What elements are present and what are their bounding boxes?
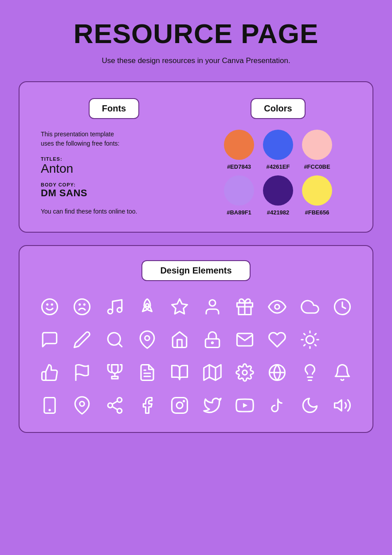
icon-grid xyxy=(37,294,355,418)
svg-marker-52 xyxy=(243,403,247,408)
youtube-icon xyxy=(232,393,257,418)
font-item-body: BODY COPY: DM SANS xyxy=(37,182,191,199)
color-row-2: #BA89F1 #421982 #FBE656 xyxy=(224,175,332,216)
heart-icon xyxy=(265,327,290,352)
color-hex-3: #FCC0BE xyxy=(304,163,330,170)
icon-row-1 xyxy=(37,294,355,319)
fonts-description: This presentation template uses the foll… xyxy=(37,130,191,148)
svg-rect-31 xyxy=(112,377,118,379)
color-item-2: #4261EF xyxy=(263,130,293,170)
titles-value: Anton xyxy=(41,162,191,176)
twitter-icon xyxy=(200,393,225,418)
color-grid: #ED7843 #4261EF #FCC0BE #BA89F1 xyxy=(201,130,355,216)
svg-marker-34 xyxy=(204,365,221,381)
icon-row-4 xyxy=(37,393,355,418)
placeholder-1 xyxy=(330,327,355,352)
fonts-footer: You can find these fonts online too. xyxy=(37,208,191,215)
font-item-titles: TITLES: Anton xyxy=(37,156,191,176)
globe-icon xyxy=(265,360,290,385)
svg-point-10 xyxy=(209,300,216,306)
icon-row-2 xyxy=(37,327,355,352)
facebook-icon xyxy=(135,393,160,418)
fonts-label-box: Fonts xyxy=(89,98,139,119)
search-icon xyxy=(102,327,127,352)
svg-point-17 xyxy=(145,336,150,341)
svg-line-49 xyxy=(112,401,118,404)
music-icon xyxy=(102,294,127,319)
color-circle-6 xyxy=(302,175,332,206)
de-label-text: Design Elements xyxy=(160,266,231,275)
bell-icon xyxy=(330,360,355,385)
flag-icon xyxy=(70,360,94,385)
titles-label: TITLES: xyxy=(41,156,191,162)
rocket-icon xyxy=(135,294,160,319)
color-circle-3 xyxy=(302,130,332,160)
color-row-1: #ED7843 #4261EF #FCC0BE xyxy=(224,130,332,170)
color-hex-1: #ED7843 xyxy=(227,163,251,170)
color-item-1: #ED7843 xyxy=(224,130,254,170)
svg-line-28 xyxy=(315,333,316,334)
color-item-5: #421982 xyxy=(263,175,293,216)
colors-panel: Colors #ED7843 #4261EF #FCC0BE xyxy=(201,98,355,216)
svg-point-8 xyxy=(145,304,149,307)
svg-point-19 xyxy=(212,342,213,344)
fonts-panel: Fonts This presentation template uses th… xyxy=(37,98,191,215)
svg-line-23 xyxy=(304,333,305,334)
icon-row-3 xyxy=(37,360,355,385)
mail-icon xyxy=(232,327,257,352)
de-label-box: Design Elements xyxy=(141,260,250,281)
clock-icon xyxy=(330,294,355,319)
svg-point-44 xyxy=(80,401,85,406)
colors-label-box: Colors xyxy=(251,98,305,119)
svg-point-3 xyxy=(74,299,90,315)
book-icon xyxy=(167,360,192,385)
fonts-label-text: Fonts xyxy=(102,103,126,113)
eye-icon xyxy=(265,294,290,319)
document-icon xyxy=(135,360,160,385)
map-icon xyxy=(200,360,225,385)
bulb-icon xyxy=(298,360,322,385)
svg-point-37 xyxy=(243,370,247,375)
megaphone-icon xyxy=(330,393,355,418)
gear-icon xyxy=(232,360,257,385)
pin-icon xyxy=(135,327,160,352)
sad-icon xyxy=(70,294,94,319)
page-title: RESOURCE PAGE xyxy=(74,18,319,49)
svg-point-0 xyxy=(42,299,58,315)
moon-icon xyxy=(298,393,322,418)
svg-line-27 xyxy=(304,345,305,345)
color-circle-5 xyxy=(263,175,293,206)
color-circle-1 xyxy=(224,130,254,160)
svg-rect-50 xyxy=(172,398,188,413)
share-icon xyxy=(102,393,127,418)
body-label: BODY COPY: xyxy=(41,182,191,187)
de-label: Design Elements xyxy=(37,260,355,281)
pencil-icon xyxy=(70,327,94,352)
instagram-icon xyxy=(167,393,192,418)
gift-icon xyxy=(232,294,257,319)
svg-line-48 xyxy=(112,407,118,410)
star-icon xyxy=(167,294,192,319)
tiktok-icon xyxy=(265,393,290,418)
sun-icon xyxy=(298,327,322,352)
mobile-icon xyxy=(37,393,62,418)
color-hex-2: #4261EF xyxy=(267,163,290,170)
svg-point-13 xyxy=(275,305,280,309)
svg-marker-9 xyxy=(172,299,188,314)
trophy-icon xyxy=(102,360,127,385)
colors-label-text: Colors xyxy=(264,103,292,113)
color-hex-5: #421982 xyxy=(267,209,290,216)
color-circle-4 xyxy=(224,175,254,206)
thumbsup-icon xyxy=(37,360,62,385)
cloud-icon xyxy=(298,294,322,319)
design-elements-card: Design Elements xyxy=(19,245,373,433)
chat-icon xyxy=(37,327,62,352)
house-icon xyxy=(167,327,192,352)
color-hex-4: #BA89F1 xyxy=(227,209,251,216)
fonts-colors-card: Fonts This presentation template uses th… xyxy=(19,81,373,233)
person-icon xyxy=(200,294,225,319)
color-item-4: #BA89F1 xyxy=(224,175,254,216)
page-subtitle: Use these design resources in your Canva… xyxy=(102,56,290,65)
color-item-6: #FBE656 xyxy=(302,175,332,216)
color-item-3: #FCC0BE xyxy=(302,130,332,170)
